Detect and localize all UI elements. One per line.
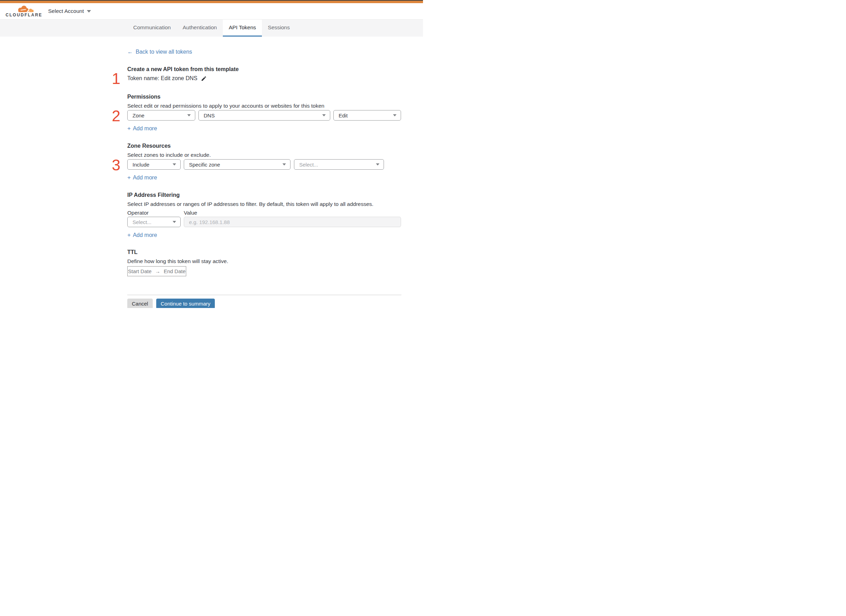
value-label: Value (184, 209, 197, 216)
select-value: Select... (132, 219, 170, 225)
zone-resources-add-more-link[interactable]: + Add more (127, 174, 157, 181)
section-description: Select IP addresses or ranges of IP addr… (127, 200, 402, 208)
start-date-label: Start Date (128, 268, 152, 274)
continue-to-summary-button[interactable]: Continue to summary (156, 299, 215, 308)
cloudflare-logo[interactable]: CLOUDFLARE (6, 5, 39, 18)
account-selector-label: Select Account (48, 8, 84, 14)
token-name-text: Token name: Edit zone DNS (127, 74, 197, 82)
operator-label: Operator (127, 209, 184, 216)
tab-communication[interactable]: Communication (127, 19, 177, 37)
select-value: DNS (204, 113, 319, 119)
ip-filtering-input-row: Select... (127, 217, 402, 227)
step-number-2: 2 (111, 110, 121, 122)
chevron-down-icon (173, 221, 176, 223)
permissions-select-row: 2 Zone DNS Edit (127, 110, 402, 120)
plus-icon: + (127, 174, 131, 181)
edit-pencil-icon[interactable] (201, 76, 207, 82)
permission-group-select[interactable]: Zone (127, 110, 195, 120)
add-more-label: Add more (133, 174, 157, 181)
include-exclude-select[interactable]: Include (127, 159, 181, 170)
logo-wordmark: CLOUDFLARE (6, 13, 39, 18)
select-value: Include (132, 162, 170, 167)
plus-icon: + (127, 231, 131, 239)
ip-operator-select[interactable]: Select... (127, 217, 181, 227)
zone-resources-select-row: 3 Include Specific zone Select... (127, 159, 402, 170)
section-title: TTL (127, 248, 402, 256)
permission-resource-select[interactable]: DNS (199, 110, 330, 120)
tab-label: API Tokens (229, 24, 256, 31)
select-value: Zone (132, 113, 184, 119)
permissions-add-more-link[interactable]: + Add more (127, 125, 157, 132)
chevron-down-icon (187, 114, 191, 116)
cancel-button[interactable]: Cancel (127, 299, 153, 308)
end-date-label: End Date (163, 268, 185, 274)
profile-tabs: Communication Authentication API Tokens … (0, 19, 423, 37)
chevron-down-icon (393, 114, 396, 116)
permissions-section: Permissions Select edit or read permissi… (127, 93, 402, 132)
chevron-down-icon (282, 163, 286, 166)
ip-value-input (184, 217, 401, 227)
form-actions: Cancel Continue to summary (127, 299, 402, 308)
ttl-date-range-picker[interactable]: Start Date → End Date (127, 266, 186, 276)
account-selector[interactable]: Select Account (48, 8, 91, 14)
step-number-1: 1 (111, 73, 121, 85)
tab-label: Sessions (268, 24, 290, 31)
token-name-section: Create a new API token from this templat… (127, 66, 402, 82)
chevron-down-icon (173, 163, 176, 166)
chevron-down-icon (376, 163, 380, 166)
app-header: CLOUDFLARE Select Account (0, 3, 423, 19)
back-link-label: Back to view all tokens (136, 48, 192, 56)
ip-filtering-add-more-link[interactable]: + Add more (127, 231, 157, 239)
section-description: Select edit or read permissions to apply… (127, 102, 402, 109)
section-title: IP Address Filtering (127, 191, 402, 199)
cloudflare-cloud-icon (15, 5, 35, 13)
token-name-row: 1 Token name: Edit zone DNS (127, 74, 402, 82)
brand-top-bar (0, 1, 423, 3)
section-title: Permissions (127, 93, 402, 101)
back-to-tokens-link[interactable]: ← Back to view all tokens (127, 48, 192, 56)
select-value: Select... (299, 162, 373, 167)
zone-picker-select[interactable]: Select... (294, 159, 384, 170)
page: CLOUDFLARE Select Account Communication … (0, 0, 423, 308)
token-template-form: ← Back to view all tokens Create a new A… (127, 37, 402, 308)
zone-resources-section: Zone Resources Select zones to include o… (127, 142, 402, 181)
step-number-3: 3 (111, 159, 121, 171)
section-description: Define how long this token will stay act… (127, 258, 402, 265)
tab-api-tokens[interactable]: API Tokens (223, 19, 262, 37)
section-description: Select zones to include or exclude. (127, 151, 402, 158)
permission-access-level-select[interactable]: Edit (333, 110, 401, 120)
ttl-section: TTL Define how long this token will stay… (127, 248, 402, 276)
chevron-down-icon (322, 114, 326, 116)
footer-divider (127, 295, 402, 295)
tab-sessions[interactable]: Sessions (262, 19, 296, 37)
ip-filtering-section: IP Address Filtering Select IP addresses… (127, 191, 402, 239)
add-more-label: Add more (133, 125, 157, 132)
tab-label: Authentication (183, 24, 217, 31)
section-title: Create a new API token from this templat… (127, 66, 402, 73)
select-value: Specific zone (189, 162, 280, 167)
zone-scope-select[interactable]: Specific zone (184, 159, 290, 170)
right-arrow-icon: → (155, 268, 160, 274)
section-title: Zone Resources (127, 142, 402, 150)
tab-label: Communication (133, 24, 171, 31)
tab-authentication[interactable]: Authentication (177, 19, 223, 37)
ip-filtering-labels: Operator Value (127, 209, 402, 216)
add-more-label: Add more (133, 231, 157, 239)
plus-icon: + (127, 125, 131, 132)
select-value: Edit (338, 113, 390, 119)
chevron-down-icon (87, 10, 91, 13)
back-arrow-icon: ← (127, 48, 133, 56)
